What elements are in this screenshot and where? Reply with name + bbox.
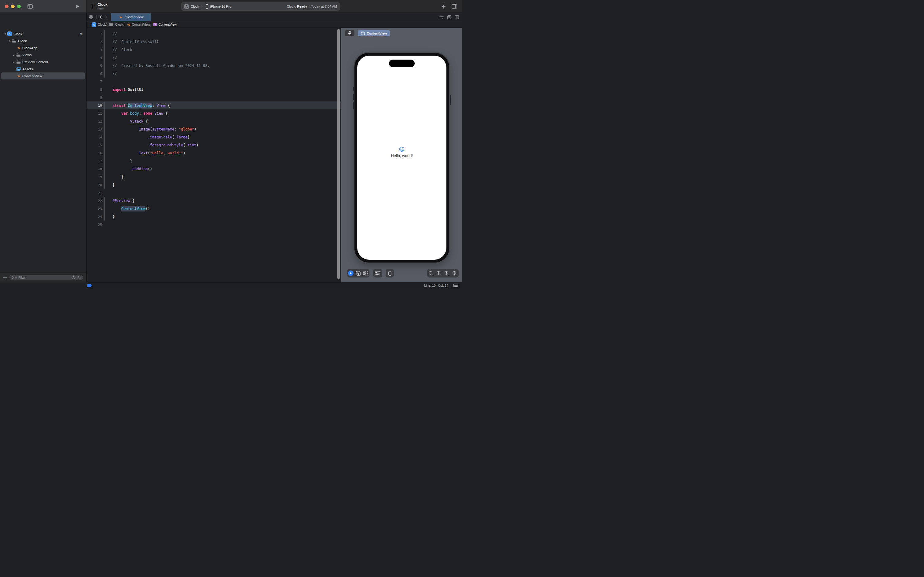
add-editor-button[interactable] — [441, 5, 446, 8]
code-line-14[interactable]: 14 .imageScale(.large) — [87, 133, 341, 141]
code-line-8[interactable]: 8import SwiftUI — [87, 85, 341, 93]
add-file-button[interactable] — [3, 276, 7, 279]
sidebar-item-clockapp[interactable]: ClockApp — [1, 44, 85, 52]
code-line-5[interactable]: 5// Created by Russell Gordon on 2024-11… — [87, 62, 341, 70]
code-line-22[interactable]: 22#Preview { — [87, 197, 341, 205]
activity-status: Clock: Ready | Today at 7:04 AM — [287, 5, 337, 8]
code-line-25[interactable]: 25 — [87, 221, 341, 229]
change-bar — [104, 102, 105, 110]
code-line-7[interactable]: 7 — [87, 77, 341, 85]
preview-toolbar-group — [386, 269, 394, 277]
tab-overview-icon[interactable] — [89, 15, 93, 19]
disclosure-chevron[interactable]: ▸ — [13, 61, 16, 64]
appicon-icon — [92, 22, 96, 27]
editor-scrollbar[interactable] — [337, 29, 340, 279]
toggles-button[interactable] — [374, 271, 382, 276]
variants-button[interactable] — [362, 271, 369, 275]
code-line-21[interactable]: 21 — [87, 189, 341, 197]
sidebar-item-preview-content[interactable]: ▸Preview Content — [1, 58, 85, 65]
change-bar — [104, 46, 105, 54]
code-line-4[interactable]: 4// — [87, 54, 341, 62]
disclosure-chevron[interactable]: ▾ — [4, 32, 7, 35]
disclosure-chevron[interactable]: ▸ — [13, 53, 16, 56]
hello-world-text: Hello, world! — [391, 153, 413, 158]
run-destination-bar[interactable]: A Clock 〉 iPhone 16 Pro Clock: Ready | T… — [181, 2, 340, 11]
filter-field[interactable]: Filter — [10, 275, 83, 280]
recents-filter-icon[interactable] — [71, 276, 76, 279]
minimize-window-button[interactable] — [11, 5, 14, 8]
pointer-button[interactable] — [354, 271, 362, 276]
code-line-10[interactable]: 10struct ContentView: View { — [87, 102, 341, 110]
split-editor-icon[interactable] — [455, 15, 459, 19]
device-button[interactable] — [386, 271, 394, 276]
breakpoint-indicator[interactable] — [87, 284, 92, 287]
toggle-left-sidebar-icon[interactable] — [27, 4, 33, 8]
scheme-selector[interactable]: Clock main — [91, 3, 108, 10]
change-bar — [104, 30, 105, 38]
toggle-inspector-icon[interactable] — [452, 4, 457, 8]
editor-layout-icon[interactable] — [454, 284, 458, 287]
app-content: Hello, world! — [357, 147, 446, 158]
forward-button[interactable] — [105, 15, 107, 19]
disclosure-chevron[interactable]: ▾ — [8, 39, 11, 42]
line-indicator: Line: 10 — [424, 284, 435, 287]
zoom-one-button[interactable] — [435, 271, 443, 276]
code-editor[interactable]: 1//2// ContentView.swift3// Clock4//5// … — [87, 28, 341, 282]
code-line-6[interactable]: 6// — [87, 70, 341, 77]
preview-target-pill[interactable]: ContentView — [358, 30, 390, 36]
close-window-button[interactable] — [5, 5, 8, 8]
pin-preview-button[interactable] — [345, 30, 354, 36]
zoom-fit-button[interactable] — [443, 271, 451, 276]
code-text: // Created by Russell Gordon on 2024-11-… — [113, 64, 209, 68]
preview-canvas: ContentView Hello, world! — [341, 28, 462, 282]
zoom-window-button[interactable] — [17, 5, 21, 8]
code-line-12[interactable]: 12 VStack { — [87, 118, 341, 125]
code-text: VStack { — [113, 119, 148, 124]
volume-up-button — [353, 94, 354, 100]
sidebar-item-views[interactable]: ▸Views — [1, 52, 85, 58]
code-line-20[interactable]: 20} — [87, 181, 341, 189]
code-line-1[interactable]: 1// — [87, 30, 341, 38]
status-prefix: Clock: — [287, 5, 296, 8]
code-text: #Preview { — [113, 199, 134, 203]
tab-contentview[interactable]: ContentView — [111, 13, 151, 21]
code-line-19[interactable]: 19 } — [87, 173, 341, 181]
sidebar-item-clock[interactable]: ▾ClockM — [1, 30, 85, 37]
change-bar — [104, 77, 105, 85]
code-line-16[interactable]: 16 Text("Hello, world!") — [87, 149, 341, 157]
change-bar — [104, 197, 105, 205]
code-line-9[interactable]: 9 — [87, 93, 341, 102]
run-button[interactable] — [76, 4, 79, 8]
folder-icon — [16, 60, 21, 64]
code-line-11[interactable]: 11 var body: some View { — [87, 110, 341, 118]
zoom-in-button[interactable] — [451, 271, 458, 276]
back-button[interactable] — [100, 15, 102, 19]
line-number: 24 — [87, 215, 102, 219]
breadcrumb-item-contentview[interactable]: SContentView — [153, 23, 176, 26]
sidebar-item-clock[interactable]: ▾Clock — [1, 37, 85, 44]
code-line-15[interactable]: 15 .foregroundStyle(.tint) — [87, 141, 341, 149]
code-line-17[interactable]: 17 } — [87, 157, 341, 165]
changes-filter-icon[interactable] — [77, 276, 81, 279]
project-tree: ▾ClockM▾ClockClockApp▸Views▸Preview Cont… — [0, 28, 86, 272]
item-label: ClockApp — [22, 46, 37, 50]
line-number: 25 — [87, 223, 102, 227]
play-circle-button[interactable] — [347, 271, 354, 276]
sidebar-item-contentview[interactable]: ContentView — [1, 73, 85, 79]
code-line-3[interactable]: 3// Clock — [87, 46, 341, 54]
editor-options-icon[interactable] — [448, 15, 451, 19]
code-line-23[interactable]: 23 ContentView() — [87, 205, 341, 213]
code-line-24[interactable]: 24} — [87, 213, 341, 221]
sidebar-item-assets[interactable]: Assets — [1, 65, 85, 73]
breadcrumb-item-contentview[interactable]: ContentView — [127, 23, 150, 27]
code-line-13[interactable]: 13 Image(systemName: "globe") — [87, 125, 341, 133]
breadcrumb-item-clock[interactable]: Clock — [109, 23, 123, 26]
code-line-18[interactable]: 18 .padding() — [87, 165, 341, 173]
iphone-preview: Hello, world! — [354, 52, 450, 263]
code-text: ContentView() — [113, 206, 150, 211]
zoom-out-button[interactable] — [427, 271, 435, 276]
code-review-icon[interactable] — [439, 16, 444, 19]
code-line-2[interactable]: 2// ContentView.swift — [87, 38, 341, 46]
breadcrumb-item-clock[interactable]: Clock — [92, 22, 106, 27]
code-text: } — [113, 183, 114, 187]
